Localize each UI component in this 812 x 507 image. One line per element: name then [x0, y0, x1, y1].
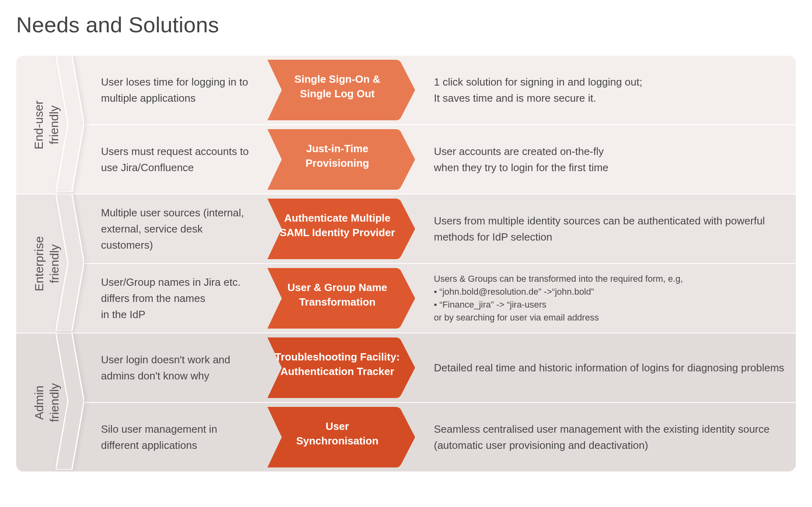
category-row: Enterprise friendlyMultiple user sources… — [16, 194, 796, 333]
arrow-icon: Just-in-TimeProvisioning — [263, 125, 416, 194]
category-label: End-user friendly — [31, 100, 61, 149]
problem-text: User/Group names in Jira etc. differs fr… — [101, 264, 263, 333]
arrow-icon: Single Sign-On &Single Log Out — [263, 56, 416, 124]
arrow-icon: User & Group NameTransformation — [263, 264, 416, 333]
solution-arrow: Just-in-TimeProvisioning — [263, 125, 416, 194]
benefit-text: Seamless centralised user management wit… — [416, 403, 796, 471]
solution-arrow: Authenticate MultipleSAML Identity Provi… — [263, 195, 416, 263]
arrow-icon: Authenticate MultipleSAML Identity Provi… — [263, 195, 416, 263]
problem-text: Users must request accounts to use Jira/… — [101, 125, 263, 194]
need-solution-row: User/Group names in Jira etc. differs fr… — [77, 263, 796, 333]
category-label-wrap: Admin friendly — [16, 333, 77, 471]
benefit-text: 1 click solution for signing in and logg… — [416, 56, 796, 124]
category-label: Admin friendly — [32, 383, 62, 422]
category-label-wrap: Enterprise friendly — [16, 195, 77, 333]
category-row: Admin friendlyUser login doesn't work an… — [16, 333, 796, 471]
benefit-text: Users from multiple identity sources can… — [416, 195, 796, 263]
page-title: Needs and Solutions — [16, 12, 796, 37]
need-solution-row: Multiple user sources (internal, externa… — [77, 195, 796, 263]
arrow-icon: Troubleshooting Facility:Authentication … — [263, 333, 416, 402]
benefit-text: User accounts are created on-the-fly whe… — [416, 125, 796, 194]
category-rows: Multiple user sources (internal, externa… — [77, 195, 796, 333]
problem-text: User login doesn't work and admins don't… — [101, 333, 263, 402]
need-solution-row: Silo user management in different applic… — [77, 402, 796, 471]
problem-text: Silo user management in different applic… — [101, 403, 263, 471]
category-label-wrap: End-user friendly — [16, 56, 77, 194]
solution-arrow: User & Group NameTransformation — [263, 264, 416, 333]
solution-arrow: UserSynchronisation — [263, 403, 416, 471]
arrow-icon: UserSynchronisation — [263, 403, 416, 471]
category-rows: User loses time for logging in to multip… — [77, 56, 796, 194]
category-label: Enterprise friendly — [31, 236, 61, 291]
problem-text: User loses time for logging in to multip… — [101, 56, 263, 124]
problem-text: Multiple user sources (internal, externa… — [101, 195, 263, 263]
needs-solutions-matrix: End-user friendlyUser loses time for log… — [16, 56, 796, 471]
benefit-text: Users & Groups can be transformed into t… — [416, 264, 796, 333]
need-solution-row: User login doesn't work and admins don't… — [77, 333, 796, 402]
need-solution-row: User loses time for logging in to multip… — [77, 56, 796, 124]
solution-arrow: Single Sign-On &Single Log Out — [263, 56, 416, 124]
need-solution-row: Users must request accounts to use Jira/… — [77, 124, 796, 194]
solution-arrow: Troubleshooting Facility:Authentication … — [263, 333, 416, 402]
category-rows: User login doesn't work and admins don't… — [77, 333, 796, 471]
category-row: End-user friendlyUser loses time for log… — [16, 56, 796, 194]
benefit-text: Detailed real time and historic informat… — [416, 333, 796, 402]
